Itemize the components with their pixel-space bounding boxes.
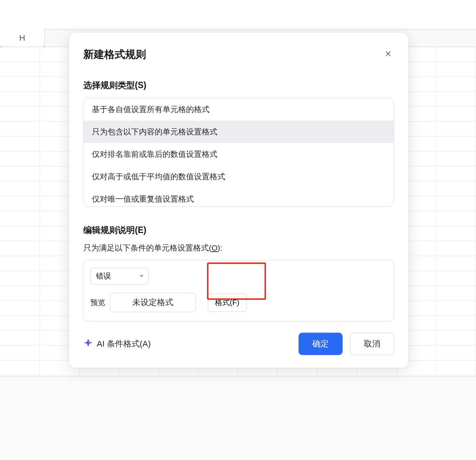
grid-cell[interactable] bbox=[436, 346, 476, 360]
grid-cell[interactable] bbox=[0, 62, 40, 77]
grid-cell[interactable] bbox=[436, 241, 476, 256]
grid-cell[interactable] bbox=[436, 286, 476, 301]
new-format-rule-dialog: 新建格式规则 选择规则类型(S) 基于各自值设置所有单元格的格式 只为包含以下内… bbox=[69, 32, 409, 368]
grid-cell[interactable] bbox=[436, 77, 476, 91]
format-button[interactable]: 格式(F) bbox=[208, 293, 247, 312]
dropdown-value: 错误 bbox=[96, 272, 111, 280]
dialog-title: 新建格式规则 bbox=[83, 47, 146, 62]
cancel-button[interactable]: 取消 bbox=[350, 333, 394, 355]
grid-cell[interactable] bbox=[0, 361, 40, 375]
close-button[interactable] bbox=[382, 49, 394, 60]
grid-cell[interactable] bbox=[0, 122, 40, 136]
cancel-button-label: 取消 bbox=[364, 339, 380, 348]
ai-format-link[interactable]: AI 条件格式(A) bbox=[83, 338, 151, 350]
grid-cell[interactable] bbox=[0, 92, 40, 106]
dialog-header: 新建格式规则 bbox=[83, 47, 394, 62]
grid-cell[interactable] bbox=[0, 301, 40, 316]
rule-type-item[interactable]: 仅对唯一值或重复值设置格式 bbox=[84, 188, 394, 206]
dialog-footer: AI 条件格式(A) 确定 取消 bbox=[83, 321, 394, 355]
preview-row: 预览 未设定格式 格式(F) bbox=[90, 293, 387, 312]
preview-label: 预览 bbox=[90, 298, 105, 308]
grid-cell[interactable] bbox=[436, 271, 476, 286]
edit-rule-section-label: 编辑规则说明(E) bbox=[83, 224, 394, 236]
grid-cell[interactable] bbox=[0, 211, 40, 226]
grid-cell[interactable] bbox=[0, 196, 40, 211]
grid-cell[interactable] bbox=[0, 181, 40, 196]
grid-cell[interactable] bbox=[436, 226, 476, 241]
grid-cell[interactable] bbox=[436, 301, 476, 316]
close-icon bbox=[384, 50, 392, 59]
condition-dropdown[interactable]: 错误 bbox=[90, 268, 149, 285]
rule-type-item[interactable]: 只为包含以下内容的单元格设置格式 bbox=[84, 121, 394, 143]
grid-cell[interactable] bbox=[0, 241, 40, 256]
condition-label-suffix: ): bbox=[217, 243, 222, 252]
rule-type-item[interactable]: 基于各自值设置所有单元格的格式 bbox=[84, 98, 394, 121]
ok-button[interactable]: 确定 bbox=[299, 333, 343, 355]
grid-cell[interactable] bbox=[436, 316, 476, 330]
grid-cell[interactable] bbox=[0, 152, 40, 166]
rule-type-section-label: 选择规则类型(S) bbox=[83, 80, 394, 91]
grid-cell[interactable] bbox=[0, 226, 40, 241]
condition-label-prefix: 只为满足以下条件的单元格设置格式( bbox=[83, 243, 211, 252]
grid-cell[interactable] bbox=[0, 47, 40, 62]
grid-cell[interactable] bbox=[436, 122, 476, 136]
format-button-label: 格式(F) bbox=[215, 298, 239, 307]
grid-cell[interactable] bbox=[436, 167, 476, 181]
preview-value: 未设定格式 bbox=[132, 298, 173, 307]
grid-cell[interactable] bbox=[436, 152, 476, 166]
grid-cell[interactable] bbox=[436, 196, 476, 211]
column-header-label: H bbox=[19, 33, 25, 43]
grid-cell[interactable] bbox=[436, 331, 476, 345]
grid-cell[interactable] bbox=[436, 62, 476, 77]
chevron-down-icon bbox=[139, 272, 145, 280]
grid-cell[interactable] bbox=[0, 271, 40, 286]
grid-cell[interactable] bbox=[0, 167, 40, 181]
ai-sparkle-icon bbox=[83, 338, 93, 350]
condition-row: 错误 bbox=[90, 268, 387, 285]
bottom-panel bbox=[0, 376, 476, 460]
grid-cell[interactable] bbox=[436, 137, 476, 151]
grid-cell[interactable] bbox=[436, 92, 476, 106]
ok-button-label: 确定 bbox=[312, 339, 329, 348]
grid-cell[interactable] bbox=[436, 256, 476, 271]
grid-cell[interactable] bbox=[436, 211, 476, 226]
grid-cell[interactable] bbox=[0, 77, 40, 91]
grid-cell[interactable] bbox=[0, 316, 40, 330]
grid-cell[interactable] bbox=[0, 286, 40, 301]
grid-cell[interactable] bbox=[436, 361, 476, 375]
column-header-h[interactable]: H ⌄ ⌄ bbox=[0, 29, 45, 47]
rule-type-item[interactable]: 仅对高于或低于平均值的数值设置格式 bbox=[84, 165, 394, 188]
grid-cell[interactable] bbox=[0, 256, 40, 271]
grid-cell[interactable] bbox=[0, 107, 40, 121]
rule-type-list: 基于各自值设置所有单元格的格式 只为包含以下内容的单元格设置格式 仅对排名靠前或… bbox=[83, 98, 394, 206]
grid-cell[interactable] bbox=[436, 47, 476, 62]
edit-rule-box: 错误 预览 未设定格式 格式(F) bbox=[83, 260, 394, 321]
grid-cell[interactable] bbox=[0, 346, 40, 360]
condition-label: 只为满足以下条件的单元格设置格式(O): bbox=[83, 243, 394, 253]
grid-cell[interactable] bbox=[436, 107, 476, 121]
footer-buttons: 确定 取消 bbox=[299, 333, 394, 355]
preview-value-box: 未设定格式 bbox=[110, 293, 196, 312]
condition-label-underline: O bbox=[211, 243, 217, 252]
ai-format-label: AI 条件格式(A) bbox=[97, 338, 151, 349]
grid-cell[interactable] bbox=[436, 181, 476, 196]
grid-cell[interactable] bbox=[0, 137, 40, 151]
grid-cell[interactable] bbox=[0, 331, 40, 345]
rule-type-item[interactable]: 仅对排名靠前或靠后的数值设置格式 bbox=[84, 143, 394, 165]
